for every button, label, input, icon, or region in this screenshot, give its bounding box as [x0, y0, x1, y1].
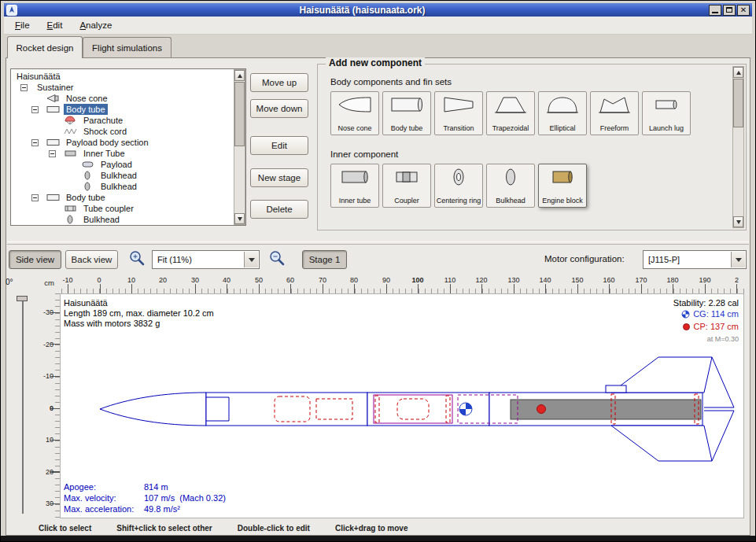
scrollbar-thumb[interactable]: [234, 82, 245, 146]
splitter-handle[interactable]: [7, 242, 749, 245]
ruler-label: 30: [191, 276, 199, 284]
collapse-icon[interactable]: [49, 150, 56, 157]
tree-item-label: Bulkhead: [81, 214, 122, 225]
add-engine-block-button[interactable]: Engine block: [538, 164, 587, 208]
add-trapezoidal-fin-button[interactable]: Trapezoidal: [486, 91, 535, 135]
magnifier-minus-icon: [268, 249, 286, 270]
ruler-label: 110: [444, 276, 455, 284]
tab-rocket-design[interactable]: Rocket design: [7, 36, 83, 58]
add-centering-ring-button[interactable]: Centering ring: [434, 164, 483, 208]
collapse-icon[interactable]: [31, 106, 39, 113]
delete-button[interactable]: Delete: [250, 200, 308, 219]
tree-item-parachute[interactable]: Parachute: [11, 115, 245, 126]
tree-item-body-tube[interactable]: Body tube: [11, 104, 245, 115]
add-body-tube-button[interactable]: Body tube: [382, 91, 431, 135]
button-label: Stage 1: [309, 255, 341, 264]
tree-item-payload-body-section[interactable]: Payload body section: [11, 137, 245, 148]
app-icon: [6, 5, 17, 16]
menu-edit[interactable]: Edit: [46, 19, 65, 31]
scroll-down-button[interactable]: [733, 216, 743, 227]
ruler-label: 0: [97, 276, 101, 284]
tube-coupler-icon: [63, 204, 79, 213]
tree-item-bulkhead-3[interactable]: Bulkhead: [11, 214, 245, 225]
zoom-level-value: Fit (11%): [153, 251, 245, 268]
hint-click-drag: Click+drag to move: [335, 524, 408, 533]
add-panel-scrollbar[interactable]: [732, 66, 744, 228]
payload-icon: [80, 160, 96, 169]
edit-button[interactable]: Edit: [250, 136, 308, 155]
vertical-ruler: -30 -20 -10 0 10 20 30: [39, 293, 60, 518]
add-launch-lug-button[interactable]: Launch lug: [642, 91, 691, 135]
component-tree[interactable]: Haisunäätä Sustainer Nose cone Body tube…: [10, 68, 246, 226]
move-up-button[interactable]: Move up: [250, 73, 308, 92]
body-tube-icon: [383, 94, 430, 115]
scrollbar-thumb[interactable]: [733, 79, 743, 127]
titlebar[interactable]: Haisunäätä (haisunaata.ork) ✕: [4, 3, 752, 17]
shock-cord-icon: [63, 127, 79, 136]
apogee-label: Apogee:: [64, 481, 144, 492]
nose-cone-icon: [331, 94, 378, 115]
close-button[interactable]: ✕: [737, 5, 750, 16]
rocket-info: Haisunäätä Length 189 cm, max. diameter …: [64, 298, 214, 329]
button-label: Side view: [16, 255, 54, 264]
tree-item-label: Inner Tube: [81, 148, 127, 159]
tree-item-label: Parachute: [81, 115, 125, 126]
button-label: Edit: [271, 141, 287, 150]
tab-flight-simulations[interactable]: Flight simulations: [83, 37, 171, 58]
ruler-label: 70: [319, 276, 326, 284]
tree-item-bulkhead-1[interactable]: Bulkhead: [11, 170, 245, 181]
add-elliptical-fin-button[interactable]: Elliptical: [538, 91, 587, 135]
tree-item-nose-cone[interactable]: Nose cone: [11, 93, 245, 104]
minimize-button[interactable]: [709, 5, 721, 16]
collapse-icon[interactable]: [20, 84, 28, 91]
apogee-value: 814 m: [144, 481, 226, 492]
rocket-name: Haisunäätä: [64, 298, 214, 308]
hint-click-select: Click to select: [39, 524, 91, 533]
tree-item-shock-cord[interactable]: Shock cord: [11, 126, 245, 137]
scroll-up-button[interactable]: [733, 67, 743, 78]
tree-item-inner-tube[interactable]: Inner Tube: [11, 148, 245, 159]
centering-ring-icon: [435, 167, 482, 187]
side-view-button[interactable]: Side view: [9, 250, 61, 269]
elliptical-fin-icon: [539, 94, 586, 115]
add-freeform-fin-button[interactable]: Freeform: [590, 91, 639, 135]
add-component-panel: Add new component Body components and fi…: [317, 64, 747, 230]
tree-item-haisunaata[interactable]: Haisunäätä: [11, 71, 245, 82]
add-nose-cone-button[interactable]: Nose cone: [330, 91, 379, 135]
zoom-level-select[interactable]: Fit (11%): [152, 250, 260, 269]
collapse-icon[interactable]: [31, 139, 39, 146]
rotation-slider-thumb[interactable]: [17, 296, 28, 301]
ruler-label: -10: [62, 276, 72, 284]
move-down-button[interactable]: Move down: [250, 99, 308, 118]
stage-1-toggle[interactable]: Stage 1: [302, 250, 347, 269]
tree-scrollbar[interactable]: [234, 69, 245, 225]
zoom-in-button[interactable]: [126, 249, 147, 270]
trapezoidal-fin-icon: [487, 94, 534, 115]
horizontal-ruler: -10 0 10 20 30 40 50 60 70 80 90 100 110…: [60, 276, 744, 293]
scroll-up-button[interactable]: [234, 70, 245, 81]
tree-item-sustainer[interactable]: Sustainer: [11, 82, 245, 93]
add-transition-button[interactable]: Transition: [434, 91, 483, 135]
add-coupler-button[interactable]: Coupler: [382, 164, 431, 208]
maximize-button[interactable]: [723, 5, 736, 16]
tree-item-body-tube-2[interactable]: Body tube: [11, 192, 245, 203]
zoom-out-button[interactable]: [266, 249, 287, 270]
ruler-label: 190: [699, 276, 710, 284]
tree-item-bulkhead-2[interactable]: Bulkhead: [11, 181, 245, 192]
add-inner-tube-button[interactable]: Inner tube: [330, 164, 379, 208]
new-stage-button[interactable]: New stage: [250, 168, 308, 187]
collapse-icon[interactable]: [31, 194, 39, 201]
motor-configuration-select[interactable]: [J115-P]: [643, 250, 747, 269]
back-view-button[interactable]: Back view: [65, 250, 118, 269]
menu-analyze[interactable]: Analyze: [78, 19, 113, 31]
tree-item-label: Payload body section: [64, 137, 151, 148]
tree-item-payload[interactable]: Payload: [11, 159, 245, 170]
tree-item-tube-coupler[interactable]: Tube coupler: [11, 203, 245, 214]
inner-component-group-label: Inner component: [330, 149, 398, 159]
magnifier-plus-icon: [128, 249, 146, 270]
rotation-slider-track[interactable]: [22, 297, 24, 514]
scroll-down-button[interactable]: [234, 213, 245, 224]
menu-file[interactable]: File: [13, 19, 31, 31]
add-bulkhead-button[interactable]: Bulkhead: [486, 164, 535, 208]
rocket-drawing-canvas[interactable]: Haisunäätä Length 189 cm, max. diameter …: [60, 293, 744, 518]
